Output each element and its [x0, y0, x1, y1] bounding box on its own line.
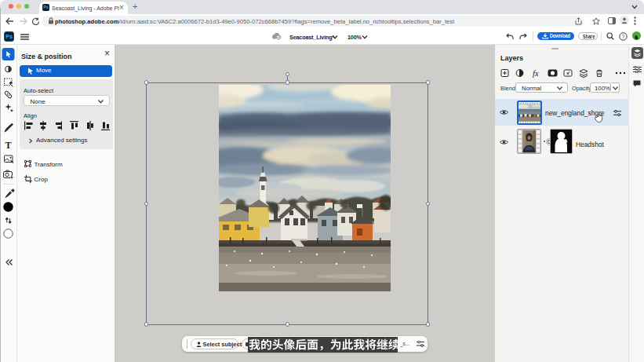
svg-text:fx: fx [533, 69, 539, 78]
svg-text:?: ? [622, 33, 625, 38]
svg-text:T: T [5, 140, 11, 151]
